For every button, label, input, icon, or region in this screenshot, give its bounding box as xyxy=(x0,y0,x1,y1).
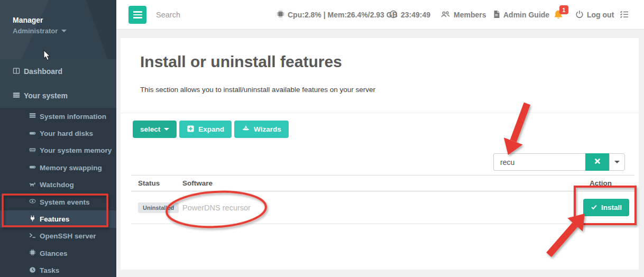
list-icon xyxy=(13,91,20,100)
sidebar-item-label: OpenSSH server xyxy=(40,232,96,240)
logout-button[interactable]: Log out xyxy=(575,0,614,30)
clock-icon xyxy=(29,266,36,275)
sidebar-item-watchdog[interactable]: Watchdog xyxy=(0,177,116,193)
user-name: Manager xyxy=(13,16,116,24)
eye-icon xyxy=(29,198,36,206)
logout-label: Log out xyxy=(587,11,614,19)
wizards-label: Wizards xyxy=(254,125,281,133)
sidebar-item-your-system-memory[interactable]: Your system memory xyxy=(0,142,116,159)
columns-icon xyxy=(13,67,20,76)
sidebar-item-your-hard-disks[interactable]: Your hard disks xyxy=(0,125,116,142)
wizard-hat-icon xyxy=(242,125,250,134)
sidebar-item-label: Tasks xyxy=(40,266,59,274)
power-icon xyxy=(575,10,584,20)
dog-icon xyxy=(29,181,36,189)
divider xyxy=(121,113,639,113)
chevron-down-icon xyxy=(164,128,169,131)
system-stats: Cpu:2.8% | Mem:26.4%/2.93 GB xyxy=(277,0,398,30)
chip-icon xyxy=(29,249,36,257)
features-table: Status Software Action Uninstalled Power… xyxy=(131,175,634,224)
page-title: Install or uninstall features xyxy=(140,53,342,71)
column-header-software: Software xyxy=(182,179,550,187)
expand-label: Expand xyxy=(198,125,224,133)
sidebar-item-glances[interactable]: Glances xyxy=(0,245,116,262)
check-icon xyxy=(591,204,597,212)
chevron-down-icon xyxy=(614,161,620,163)
sidebar-item-features[interactable]: Features xyxy=(0,210,116,227)
hdd-icon xyxy=(29,163,36,172)
sidebar-item-label: System information xyxy=(40,113,106,121)
select-label: select xyxy=(140,125,160,133)
expand-button[interactable]: Expand xyxy=(179,121,232,138)
cpu-mem-stats-text: Cpu:2.8% | Mem:26.4%/2.93 GB xyxy=(288,11,398,19)
column-header-action: Action xyxy=(550,179,634,187)
global-search-input[interactable] xyxy=(156,7,246,22)
topbar: Cpu:2.8% | Mem:26.4%/2.93 GB 23:49:49 Me… xyxy=(116,0,644,30)
user-panel: Manager Administrator xyxy=(0,0,116,59)
table-row: Uninstalled PowerDNS recursor Install xyxy=(131,191,634,224)
sidebar-subnav: System information Your hard disks Your … xyxy=(0,108,116,277)
install-button[interactable]: Install xyxy=(583,199,629,216)
chevron-down-icon xyxy=(61,30,67,32)
main-content-card: Install or uninstall features This secti… xyxy=(121,38,639,270)
admin-guide-label: Admin Guide xyxy=(503,11,549,19)
feature-filter-group xyxy=(493,153,625,171)
sidebar-item-memory-swapping[interactable]: Memory swapping xyxy=(0,159,116,176)
sidebar-nav: Dashboard Your system System information… xyxy=(0,59,116,277)
task-list-button[interactable] xyxy=(620,0,629,30)
clock-display: 23:49:49 xyxy=(389,0,430,30)
cpu-chip-icon xyxy=(277,10,284,20)
user-role-label: Administrator xyxy=(13,27,58,35)
sidebar-item-label: Watchdog xyxy=(40,181,74,189)
server-rows-icon xyxy=(29,112,36,121)
admin-guide-link[interactable]: Admin Guide xyxy=(493,0,549,30)
status-badge: Uninstalled xyxy=(138,202,179,213)
filter-options-button[interactable] xyxy=(609,153,625,171)
sidebar-item-label: Dashboard xyxy=(24,67,62,76)
sidebar-item-openssh-server[interactable]: OpenSSH server xyxy=(0,228,116,245)
sidebar-item-label: Your system memory xyxy=(40,146,112,154)
memory-icon xyxy=(29,146,36,155)
menu-toggle-button[interactable] xyxy=(128,6,146,24)
sidebar-item-label: Your hard disks xyxy=(40,130,93,137)
toolbar: select Expand Wizards xyxy=(133,121,289,138)
notifications-button[interactable]: 1 xyxy=(553,0,564,30)
sidebar-item-label: Features xyxy=(40,215,69,223)
notification-badge: 1 xyxy=(559,5,568,14)
bell-icon xyxy=(553,14,564,22)
clear-filter-button[interactable] xyxy=(585,153,609,171)
column-header-status: Status xyxy=(131,179,182,187)
sidebar-item-tasks[interactable]: Tasks xyxy=(0,262,116,277)
feature-filter-input[interactable] xyxy=(493,153,585,171)
sidebar-item-system-information[interactable]: System information xyxy=(0,108,116,125)
x-mark-icon xyxy=(594,158,601,167)
sidebar: Manager Administrator Dashboard Your sys… xyxy=(0,0,116,277)
members-link[interactable]: Members xyxy=(440,0,486,30)
sidebar-item-dashboard[interactable]: Dashboard xyxy=(0,59,116,84)
clock-icon xyxy=(389,10,398,20)
select-dropdown-button[interactable]: select xyxy=(133,121,177,138)
members-icon xyxy=(440,10,450,20)
terminal-icon xyxy=(29,232,36,241)
sidebar-item-system-events[interactable]: System events xyxy=(0,193,116,210)
plus-square-icon xyxy=(187,125,195,134)
hdd-icon xyxy=(29,130,36,138)
list-check-icon xyxy=(620,10,629,20)
software-name: PowerDNS recursor xyxy=(182,204,251,212)
pdf-file-icon xyxy=(493,10,500,20)
install-label: Install xyxy=(601,204,622,211)
sidebar-item-label: System events xyxy=(40,198,90,206)
members-label: Members xyxy=(454,11,486,19)
page-subtitle: This section allows you to install/unins… xyxy=(140,86,375,94)
time-text: 23:49:49 xyxy=(401,11,430,19)
user-role-dropdown[interactable]: Administrator xyxy=(13,27,116,35)
sidebar-item-your-system[interactable]: Your system xyxy=(0,84,116,108)
sidebar-item-label: Your system xyxy=(24,91,68,100)
table-header-row: Status Software Action xyxy=(131,175,634,191)
sidebar-item-label: Glances xyxy=(40,250,68,257)
sidebar-item-label: Memory swapping xyxy=(40,164,102,172)
wizards-button[interactable]: Wizards xyxy=(234,121,289,138)
plug-icon xyxy=(29,215,36,224)
